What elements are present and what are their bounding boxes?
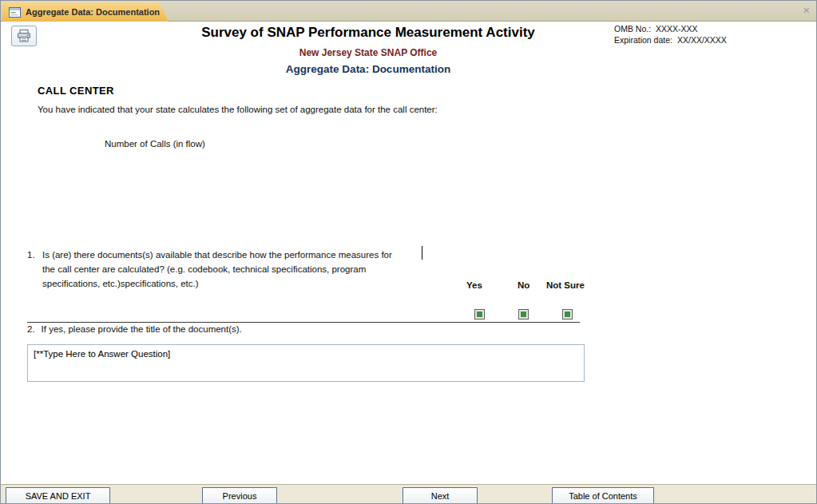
divider-line — [27, 322, 580, 323]
question-1: 1. Is (are) there documents(s) available… — [27, 248, 406, 291]
tab-aggregate-data-documentation[interactable]: Aggregate Data: Documentation — [2, 2, 169, 22]
previous-button[interactable]: Previous — [202, 487, 277, 504]
option-header-yes: Yes — [466, 280, 482, 290]
aggregate-item: Number of Calls (in flow) — [105, 139, 205, 149]
intro-text: You have indicated that your state calcu… — [38, 105, 438, 114]
q2-answer-input[interactable]: [**Type Here to Answer Question] — [27, 344, 585, 382]
omb-number: OMB No.:XXXX-XXX — [614, 23, 727, 34]
yes-checkbox[interactable] — [474, 309, 485, 319]
page-section-title: Aggregate Data: Documentation — [1, 63, 736, 75]
question-1-text: Is (are) there documents(s) available th… — [42, 248, 406, 291]
question-2-number: 2. — [27, 324, 35, 334]
not-sure-checkbox[interactable] — [562, 309, 573, 319]
omb-block: OMB No.:XXXX-XXX Expiration date:XX/XX/X… — [614, 23, 727, 46]
next-button[interactable]: Next — [403, 487, 478, 504]
option-header-no: No — [518, 280, 529, 290]
text-cursor — [422, 246, 422, 260]
form-body: Survey of SNAP Performance Measurement A… — [1, 22, 816, 486]
form-icon — [9, 7, 21, 18]
question-1-number: 1. — [27, 248, 35, 262]
question-2: 2.If yes, please provide the title of th… — [27, 324, 242, 334]
close-icon[interactable]: × — [803, 4, 810, 17]
footer-bar: SAVE AND EXIT Previous Next Table of Con… — [1, 484, 816, 503]
expiration-date: Expiration date:XX/XX/XXXX — [614, 34, 727, 46]
tab-label: Aggregate Data: Documentation — [26, 7, 160, 17]
access-window: Aggregate Data: Documentation × Survey o… — [0, 0, 817, 504]
page-subtitle: New Jersey State SNAP Office — [1, 47, 736, 58]
save-and-exit-button[interactable]: SAVE AND EXIT — [6, 487, 110, 504]
no-checkbox[interactable] — [518, 309, 529, 319]
table-of-contents-button[interactable]: Table of Contents — [552, 487, 654, 504]
section-heading: CALL CENTER — [38, 85, 114, 97]
option-header-not-sure: Not Sure — [546, 280, 585, 290]
question-2-text: If yes, please provide the title of the … — [42, 324, 242, 334]
tab-bar: Aggregate Data: Documentation × — [1, 1, 816, 22]
